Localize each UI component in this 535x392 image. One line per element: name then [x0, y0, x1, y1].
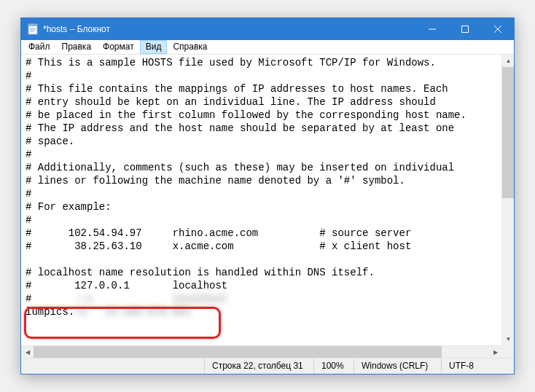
window-title: *hosts – Блокнот	[43, 24, 415, 34]
scroll-thumb-h[interactable]	[34, 346, 442, 358]
scroll-up-icon[interactable]: ▲	[502, 55, 514, 67]
menubar: Файл Правка Формат Вид Справка	[21, 40, 514, 55]
titlebar[interactable]: *hosts – Блокнот	[21, 18, 514, 40]
menu-file[interactable]: Файл	[23, 40, 56, 54]
editor-content: # This is a sample HOSTS file used by Mi…	[21, 55, 514, 358]
notepad-window: *hosts – Блокнот Файл Правка Формат Вид …	[20, 17, 515, 375]
status-encoding: UTF-8	[441, 358, 514, 374]
notepad-icon	[27, 23, 39, 35]
statusbar: Строка 22, столбец 31 100% Windows (CRLF…	[21, 358, 514, 374]
svg-rect-1	[28, 24, 37, 26]
maximize-button[interactable]	[448, 18, 481, 40]
scroll-corner	[501, 345, 514, 358]
status-spacer	[21, 358, 204, 374]
vertical-scrollbar[interactable]: ▲ ▼	[501, 55, 514, 345]
scroll-right-icon[interactable]: ▶	[489, 346, 501, 358]
menu-help[interactable]: Справка	[167, 40, 213, 54]
menu-edit[interactable]: Правка	[56, 40, 98, 54]
menu-view[interactable]: Вид	[140, 40, 168, 54]
svg-rect-6	[461, 26, 468, 33]
status-position: Строка 22, столбец 31	[204, 358, 313, 374]
menu-format[interactable]: Формат	[97, 40, 140, 54]
text-editor[interactable]: # This is a sample HOSTS file used by Mi…	[21, 55, 514, 358]
scroll-down-icon[interactable]: ▼	[502, 333, 514, 345]
scroll-left-icon[interactable]: ◀	[21, 346, 34, 358]
status-zoom: 100%	[313, 358, 354, 374]
horizontal-scrollbar[interactable]: ◀ ▶	[21, 345, 501, 358]
close-button[interactable]	[481, 18, 514, 40]
scroll-thumb-v[interactable]	[502, 67, 514, 198]
status-line-ending: Windows (CRLF)	[354, 358, 441, 374]
minimize-button[interactable]	[415, 18, 448, 40]
